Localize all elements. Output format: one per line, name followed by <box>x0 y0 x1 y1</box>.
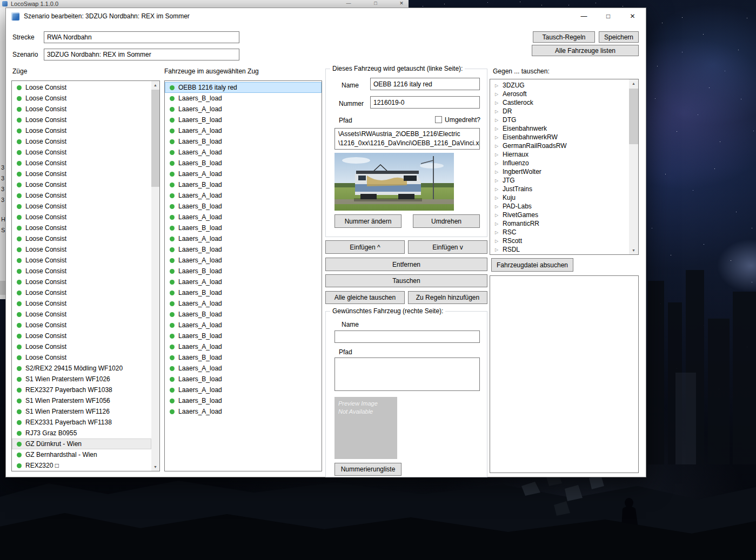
zug-list-item[interactable]: Loose Consist <box>12 330 151 341</box>
provider-tree-item[interactable]: ▷RSSLO <box>490 254 629 254</box>
provider-tree-item[interactable]: ▷Kuju <box>490 193 629 202</box>
expander-icon[interactable]: ▷ <box>495 161 503 166</box>
zug-list-item[interactable]: Loose Consist <box>12 287 151 298</box>
provider-tree-item[interactable]: ▷RSC <box>490 228 629 237</box>
scroll-up-icon[interactable]: ▲ <box>629 79 638 87</box>
scroll-down-icon[interactable]: ▼ <box>151 463 159 471</box>
scroll-down-icon[interactable]: ▼ <box>629 246 638 254</box>
vehicle-list-item[interactable]: Laaers_B_load <box>165 136 322 147</box>
vehicle-list-item[interactable]: Laaers_B_load <box>165 352 322 363</box>
vehicle-list-item[interactable]: OEBB 1216 italy red <box>165 82 322 93</box>
background-maximize-icon[interactable]: □ <box>367 0 384 8</box>
zug-list-item[interactable]: S1 Wien Praterstern WF1026 <box>12 374 151 384</box>
szenario-input[interactable] <box>44 49 239 60</box>
maximize-button[interactable]: □ <box>596 8 620 24</box>
vehicle-list-item[interactable]: Laaers_B_load <box>165 374 322 384</box>
zug-list-item[interactable]: Loose Consist <box>12 201 151 212</box>
nummer-input[interactable] <box>370 96 480 109</box>
zug-list-item[interactable]: REX2320 □ <box>12 460 151 471</box>
vehicle-list-item[interactable]: Laaers_A_load <box>165 233 322 244</box>
zug-list-item[interactable]: GZ Dürnkrut - Wien <box>12 438 151 449</box>
provider-tree-item[interactable]: ▷JustTrains <box>490 185 629 193</box>
vehicle-list-item[interactable]: Laaers_B_load <box>165 244 322 255</box>
expander-icon[interactable]: ▷ <box>495 178 503 183</box>
vehicle-list-item[interactable]: Laaers_A_load <box>165 104 322 114</box>
fahrzeugdatei-absuchen-button[interactable]: Fahrzeugdatei absuchen <box>491 258 573 272</box>
expander-icon[interactable]: ▷ <box>495 100 503 105</box>
expander-icon[interactable]: ▷ <box>495 135 503 140</box>
speichern-button[interactable]: Speichern <box>599 31 639 43</box>
scrollbar-thumb[interactable] <box>151 90 159 187</box>
zug-list-item[interactable]: Loose Consist <box>12 222 151 233</box>
vehicle-list-item[interactable]: Laaers_A_load <box>165 341 322 352</box>
zuege-scrollbar[interactable]: ▲ ▼ <box>151 81 159 471</box>
vehicle-list-item[interactable]: Laaers_A_load <box>165 212 322 222</box>
vehicle-list-item[interactable]: Laaers_A_load <box>165 276 322 287</box>
zug-list-item[interactable]: Loose Consist <box>12 158 151 168</box>
provider-tree-item[interactable]: ▷Castlerock <box>490 98 629 107</box>
vehicle-list-item[interactable]: Laaers_B_load <box>165 309 322 320</box>
zug-list-item[interactable]: REX2327 Payerbach WF1038 <box>12 384 151 395</box>
zug-list-item[interactable]: Loose Consist <box>12 266 151 276</box>
zug-list-item[interactable]: S2/REX2 29415 Mödling WF1020 <box>12 363 151 374</box>
expander-icon[interactable]: ▷ <box>495 152 503 157</box>
vehicle-list-item[interactable]: Laaers_B_load <box>165 114 322 125</box>
vehicle-list-item[interactable]: Laaers_B_load <box>165 93 322 104</box>
vehicle-list-item[interactable]: Laaers_B_load <box>165 287 322 298</box>
provider-tree-item[interactable]: ▷PAD-Labs <box>490 202 629 211</box>
zug-list-item[interactable]: Loose Consist <box>12 233 151 244</box>
zug-list-item[interactable]: Loose Consist <box>12 255 151 266</box>
vehicle-list-item[interactable]: Laaers_B_load <box>165 201 322 212</box>
minimize-button[interactable]: — <box>572 8 596 24</box>
vehicle-list-item[interactable]: Laaers_A_load <box>165 168 322 179</box>
provider-tree-item[interactable]: ▷Eisenbahnwerk <box>490 124 629 133</box>
right-name-input[interactable] <box>334 330 480 343</box>
provider-tree-item[interactable]: ▷RSDL <box>490 245 629 254</box>
vehicle-list-item[interactable]: Laaers_A_load <box>165 125 322 136</box>
zug-list-item[interactable]: Loose Consist <box>12 352 151 363</box>
dialog-titlebar[interactable]: Szenario bearbeiten: 3DZUG Nordbahn: REX… <box>6 8 646 24</box>
vehicle-list-item[interactable]: Laaers_A_load <box>165 384 322 395</box>
right-pfad-input[interactable] <box>334 357 480 391</box>
fahrzeuge-list[interactable]: OEBB 1216 italy redLaaers_B_loadLaaers_A… <box>164 80 322 471</box>
umgedreht-checkbox[interactable] <box>435 116 442 123</box>
provider-tree-item[interactable]: ▷3DZUG <box>490 81 629 90</box>
provider-tree-item[interactable]: ▷IngbertWolter <box>490 167 629 176</box>
zug-list-item[interactable]: Loose Consist <box>12 93 151 104</box>
zuege-list[interactable]: Loose ConsistLoose ConsistLoose ConsistL… <box>11 80 160 471</box>
zu-regeln-hinzufuegen-button[interactable]: Zu Regeln hinzufügen <box>408 291 487 304</box>
vehicle-list-item[interactable]: Laaers_A_load <box>165 298 322 309</box>
vehicle-list-item[interactable]: Laaers_B_load <box>165 330 322 341</box>
zug-list-item[interactable]: Loose Consist <box>12 104 151 114</box>
zug-list-item[interactable]: Loose Consist <box>12 82 151 93</box>
provider-tree-item[interactable]: ▷EisenbahnwerkRW <box>490 133 629 141</box>
provider-tree-scrollbar[interactable]: ▲ ▼ <box>629 79 638 254</box>
strecke-input[interactable] <box>44 31 239 43</box>
provider-tree-item[interactable]: ▷DR <box>490 107 629 116</box>
provider-tree-item[interactable]: ▷GermanRailRoadsRW <box>490 141 629 150</box>
vehicle-list-item[interactable]: Laaers_B_load <box>165 158 322 168</box>
scrollbar-thumb[interactable] <box>629 89 638 144</box>
einfuegen-down-button[interactable]: Einfügen v <box>408 240 487 254</box>
zug-list-item[interactable]: Loose Consist <box>12 320 151 330</box>
entfernen-button[interactable]: Entfernen <box>325 258 487 271</box>
zug-list-item[interactable]: Loose Consist <box>12 309 151 320</box>
expander-icon[interactable]: ▷ <box>495 230 503 235</box>
einfuegen-up-button[interactable]: Einfügen ^ <box>325 240 405 254</box>
umdrehen-button[interactable]: Umdrehen <box>413 214 480 228</box>
zug-list-item[interactable]: Loose Consist <box>12 136 151 147</box>
expander-icon[interactable]: ▷ <box>495 239 503 244</box>
zug-list-item[interactable]: Loose Consist <box>12 179 151 190</box>
zug-list-item[interactable]: Loose Consist <box>12 298 151 309</box>
zug-list-item[interactable]: Loose Consist <box>12 190 151 201</box>
zug-list-item[interactable]: Loose Consist <box>12 147 151 158</box>
vehicle-list-item[interactable]: Laaers_B_load <box>165 395 322 406</box>
expander-icon[interactable]: ▷ <box>495 187 503 192</box>
provider-tree[interactable]: ▷3DZUG▷Aerosoft▷Castlerock▷DR▷DTG▷Eisenb… <box>490 79 639 255</box>
vehicle-list-item[interactable]: Laaers_A_load <box>165 363 322 374</box>
expander-icon[interactable]: ▷ <box>495 109 503 114</box>
provider-tree-item[interactable]: ▷RScott <box>490 237 629 245</box>
vehicle-list-item[interactable]: Laaers_A_load <box>165 320 322 330</box>
nummer-aendern-button[interactable]: Nummer ändern <box>334 214 402 228</box>
zug-list-item[interactable]: Loose Consist <box>12 125 151 136</box>
